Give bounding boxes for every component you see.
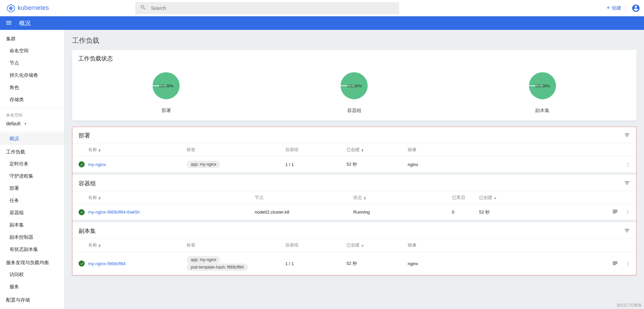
deployments-card: 部署 名称▲▼ 标签 容器组 已创建▲▼ 镜像 my-nginx app: my… bbox=[72, 127, 636, 172]
more-icon[interactable]: ⋮ bbox=[626, 261, 630, 266]
sidebar-item-rc[interactable]: 副本控制器 bbox=[0, 231, 64, 243]
label-chip: app: my-nginx bbox=[187, 161, 220, 168]
sidebar-item-roles[interactable]: 角色 bbox=[0, 81, 64, 94]
table-row: my-nginx app: my-nginx 1 / 1 52 秒 nginx … bbox=[72, 157, 636, 172]
table-header: 名称▲▼ 标签 容器组 已创建▲ 镜像 bbox=[72, 238, 636, 252]
cell-node: node02.cluster.k8 bbox=[255, 210, 353, 215]
sidebar-item-deployments[interactable]: 部署 bbox=[0, 182, 64, 195]
divider bbox=[626, 5, 626, 11]
search-box[interactable] bbox=[135, 2, 399, 14]
sidebar-item-ingress[interactable]: 访问权 bbox=[0, 269, 64, 281]
table-row: my-nginx-f969cff84-6wk5h node02.cluster.… bbox=[72, 204, 636, 220]
cell-image: nginx bbox=[408, 261, 612, 266]
sidebar-item-namespaces[interactable]: 命名空间 bbox=[0, 45, 64, 57]
col-restarts: 已重启 bbox=[452, 195, 479, 201]
sidebar-section-config[interactable]: 配置与存储 bbox=[0, 293, 64, 306]
cell-created: 52 秒 bbox=[479, 209, 612, 215]
cell-created: 52 秒 bbox=[346, 161, 408, 167]
filter-icon[interactable] bbox=[624, 228, 630, 235]
col-created[interactable]: 已创建▲ bbox=[479, 195, 630, 201]
col-created[interactable]: 已创建▲ bbox=[346, 242, 408, 248]
cell-status: Running bbox=[353, 210, 452, 215]
sidebar-item-pv[interactable]: 持久化存储卷 bbox=[0, 69, 64, 81]
brand-text: kubernetes bbox=[18, 4, 49, 12]
table-header: 名称▲▼ 节点 状态▲▼ 已重启 已创建▲ bbox=[72, 191, 636, 204]
search-input[interactable] bbox=[151, 5, 394, 11]
col-name[interactable]: 名称▲▼ bbox=[88, 242, 187, 248]
status-success-icon bbox=[79, 260, 85, 267]
col-labels: 标签 bbox=[187, 242, 285, 248]
watermark: @51CTO博客 bbox=[616, 303, 642, 308]
account-button[interactable] bbox=[631, 3, 641, 13]
more-icon[interactable]: ⋮ bbox=[626, 162, 630, 167]
sidebar-item-overview[interactable]: 概况 bbox=[0, 133, 64, 145]
topbar: kubernetes + 创建 bbox=[0, 0, 644, 16]
pods-card: 容器组 名称▲▼ 节点 状态▲▼ 已重启 已创建▲ my-nginx-f969c… bbox=[72, 175, 636, 220]
sidebar-item-statefulsets[interactable]: 有状态副本集 bbox=[0, 243, 64, 256]
plus-icon: + bbox=[606, 4, 610, 12]
filter-icon[interactable] bbox=[624, 132, 630, 139]
chart-title: 容器组 bbox=[260, 108, 448, 114]
cell-image: nginx bbox=[408, 162, 626, 167]
filter-icon[interactable] bbox=[624, 180, 630, 187]
col-labels: 标签 bbox=[187, 147, 285, 153]
table-header: 名称▲▼ 标签 容器组 已创建▲▼ 镜像 bbox=[72, 143, 636, 157]
charts-row: 100.00% 部署 100.00% 容器组 100.00% bbox=[72, 66, 637, 121]
status-success-icon bbox=[79, 161, 85, 167]
chart-title: 部署 bbox=[72, 108, 260, 114]
kubernetes-logo-icon bbox=[7, 4, 15, 12]
menu-button[interactable] bbox=[5, 19, 12, 27]
sidebar-item-daemonsets[interactable]: 守护进程集 bbox=[0, 170, 64, 182]
sidebar-item-storageclass[interactable]: 存储类 bbox=[0, 94, 64, 106]
sidebar: 集群 命名空间 节点 持久化存储卷 角色 存储类 命名空间 default ▼ … bbox=[0, 30, 65, 309]
chart-label: 100.00% bbox=[347, 84, 361, 88]
workload-status-card: 工作负载状态 100.00% 部署 100.00% 容器组 bbox=[72, 50, 637, 121]
chevron-down-icon: ▼ bbox=[24, 122, 27, 126]
chart-replicasets: 100.00% 副本集 bbox=[448, 68, 637, 114]
card-title: 副本集 bbox=[79, 227, 96, 235]
sidebar-namespace-label: 命名空间 bbox=[0, 109, 64, 119]
col-created[interactable]: 已创建▲▼ bbox=[346, 147, 408, 153]
col-pods: 容器组 bbox=[285, 242, 346, 248]
sidebar-section-discovery[interactable]: 服务发现与负载均衡 bbox=[0, 256, 64, 269]
card-title: 工作负载状态 bbox=[78, 55, 113, 62]
create-button[interactable]: + 创建 bbox=[606, 4, 621, 12]
cell-pods: 1 / 1 bbox=[285, 162, 346, 167]
replicasets-card: 副本集 名称▲▼ 标签 容器组 已创建▲ 镜像 my-nginx-f969cff… bbox=[72, 222, 636, 275]
col-node: 节点 bbox=[255, 195, 353, 201]
status-success-icon bbox=[79, 209, 85, 215]
col-image: 镜像 bbox=[408, 242, 630, 248]
namespace-selected: default bbox=[6, 121, 20, 126]
logs-icon[interactable] bbox=[612, 208, 618, 216]
sidebar-item-jobs[interactable]: 任务 bbox=[0, 195, 64, 207]
pod-link[interactable]: my-nginx-f969cff84-6wk5h bbox=[88, 210, 140, 215]
chart-deployments: 100.00% 部署 bbox=[72, 68, 260, 114]
more-icon[interactable]: ⋮ bbox=[626, 210, 630, 215]
cell-pods: 1 / 1 bbox=[285, 261, 346, 266]
sidebar-item-services[interactable]: 服务 bbox=[0, 281, 64, 293]
topbar-actions: + 创建 bbox=[606, 3, 641, 13]
main-heading: 工作负载 bbox=[72, 36, 637, 45]
col-name[interactable]: 名称▲▼ bbox=[88, 147, 187, 153]
bluebar: 概况 bbox=[0, 16, 644, 30]
logo[interactable]: kubernetes bbox=[3, 4, 135, 12]
sidebar-item-nodes[interactable]: 节点 bbox=[0, 57, 64, 69]
sidebar-section-workloads[interactable]: 工作负载 bbox=[0, 145, 64, 158]
divider bbox=[0, 131, 64, 131]
logs-icon[interactable] bbox=[612, 260, 618, 267]
replicaset-link[interactable]: my-nginx-f969cff84 bbox=[88, 261, 125, 266]
chart-title: 副本集 bbox=[448, 108, 637, 114]
col-name[interactable]: 名称▲▼ bbox=[88, 195, 255, 201]
create-label: 创建 bbox=[612, 5, 621, 11]
col-pods: 容器组 bbox=[285, 147, 346, 153]
sidebar-item-replicasets[interactable]: 副本集 bbox=[0, 219, 64, 231]
chart-label: 100.00% bbox=[159, 84, 173, 88]
cell-restarts: 0 bbox=[452, 210, 479, 215]
sidebar-item-pods[interactable]: 容器组 bbox=[0, 207, 64, 219]
col-status[interactable]: 状态▲▼ bbox=[353, 195, 452, 201]
label-chip: app: my-nginx bbox=[187, 256, 220, 263]
deployment-link[interactable]: my-nginx bbox=[88, 162, 106, 167]
table-row: my-nginx-f969cff84 app: my-nginx pod-tem… bbox=[72, 252, 636, 275]
sidebar-item-cronjobs[interactable]: 定时任务 bbox=[0, 158, 64, 170]
namespace-select[interactable]: default ▼ bbox=[0, 119, 64, 130]
